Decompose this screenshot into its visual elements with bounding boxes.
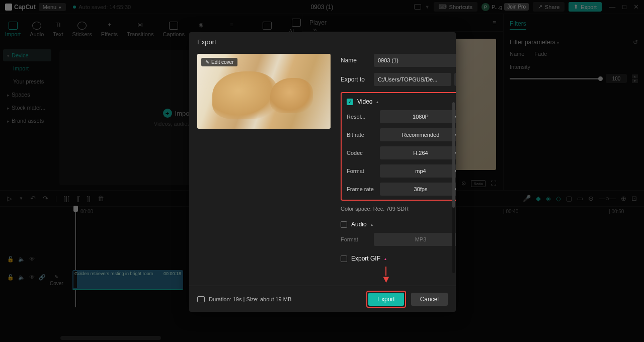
chevron-down-icon: ▾ — [455, 187, 456, 192]
resolution-select[interactable]: 1080P▾ — [380, 110, 456, 123]
export-path-input[interactable] — [374, 73, 451, 86]
chevron-down-icon: ▾ — [455, 168, 456, 174]
export-modal: Export ✎Edit cover Name Export to 🗀 — [189, 32, 456, 312]
colorspace-info: Color space: Rec. 709 SDR — [341, 206, 456, 212]
chevron-down-icon: ▾ — [455, 132, 456, 137]
film-icon — [197, 296, 205, 302]
name-input[interactable] — [374, 54, 456, 67]
chevron-down-icon: ▾ — [455, 114, 456, 119]
video-checkbox[interactable]: ✓ — [347, 99, 353, 105]
chevron-down-icon: ▾ — [455, 150, 456, 155]
export-to-label: Export to — [341, 76, 374, 83]
gif-checkbox[interactable] — [341, 255, 347, 262]
chevron-up-icon[interactable]: ▴ — [371, 222, 373, 227]
chevron-up-icon[interactable]: ▴ — [376, 100, 378, 104]
audio-checkbox[interactable] — [341, 221, 347, 228]
audio-format-select[interactable]: MP3▾ — [374, 233, 456, 246]
bitrate-select[interactable]: Recommended▾ — [380, 128, 456, 141]
export-info: Duration: 19s | Size: about 19 MB — [209, 296, 291, 302]
export-confirm-button[interactable]: Export — [368, 293, 404, 306]
modal-title: Export — [189, 32, 456, 52]
framerate-select[interactable]: 30fps▾ — [380, 183, 456, 196]
cancel-button[interactable]: Cancel — [411, 293, 448, 306]
name-label: Name — [341, 57, 374, 64]
arrow-annotation: ▼ — [381, 274, 391, 285]
format-select[interactable]: mp4▾ — [380, 164, 456, 178]
pencil-icon: ✎ — [205, 59, 209, 65]
video-settings-section: ✓ Video ▴ Resol...1080P▾ Bit rateRecomme… — [341, 92, 456, 201]
codec-select[interactable]: H.264▾ — [380, 146, 456, 159]
browse-folder-button[interactable]: 🗀 — [454, 73, 456, 86]
modal-scrollbar[interactable] — [452, 102, 455, 273]
edit-cover-button[interactable]: ✎Edit cover — [201, 58, 237, 66]
export-preview: ✎Edit cover — [197, 54, 331, 129]
chevron-up-icon[interactable]: ▴ — [384, 256, 386, 261]
